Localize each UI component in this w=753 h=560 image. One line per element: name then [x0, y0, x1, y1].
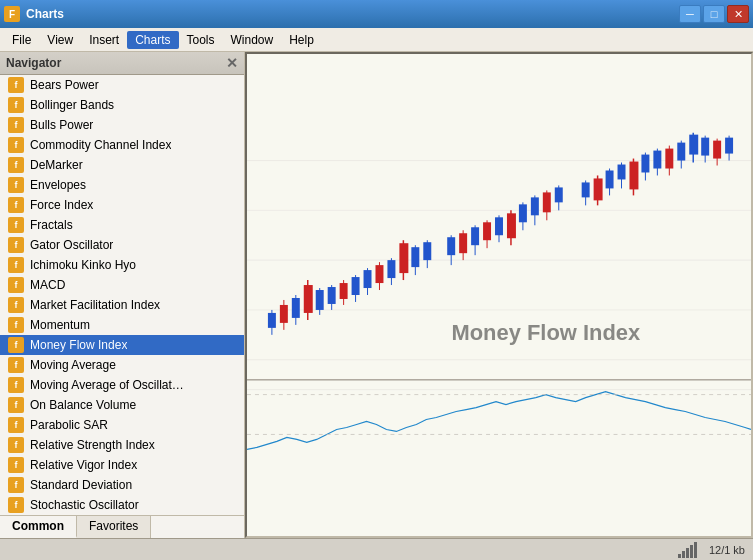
navigator-title: Navigator: [6, 56, 61, 70]
indicator-icon: f: [8, 337, 24, 353]
svg-rect-43: [483, 222, 491, 240]
menu-bar: FileViewInsertChartsToolsWindowHelp: [0, 28, 753, 52]
nav-tab-common[interactable]: Common: [0, 516, 77, 538]
signal-bar-1: [678, 554, 681, 558]
menu-item-view[interactable]: View: [39, 31, 81, 49]
navigator-header: Navigator ✕: [0, 52, 244, 75]
app-icon: F: [4, 6, 20, 22]
indicator-icon: f: [8, 477, 24, 493]
svg-rect-41: [471, 227, 479, 245]
svg-rect-59: [594, 178, 603, 200]
navigator-list-item[interactable]: fOn Balance Volume: [0, 395, 244, 415]
window-title: Charts: [26, 7, 64, 21]
svg-rect-17: [316, 290, 324, 310]
indicator-icon: f: [8, 277, 24, 293]
navigator-list-item[interactable]: fMoving Average: [0, 355, 244, 375]
indicator-icon: f: [8, 137, 24, 153]
navigator-list-item[interactable]: fForce Index: [0, 195, 244, 215]
svg-rect-81: [725, 138, 733, 154]
indicator-icon: f: [8, 177, 24, 193]
indicator-icon: f: [8, 97, 24, 113]
indicator-label: On Balance Volume: [30, 398, 136, 412]
status-right: 12/1 kb: [678, 542, 745, 558]
status-bar: 12/1 kb: [0, 538, 753, 560]
svg-rect-9: [268, 313, 276, 328]
indicator-icon: f: [8, 417, 24, 433]
svg-rect-63: [618, 165, 626, 180]
menu-item-insert[interactable]: Insert: [81, 31, 127, 49]
navigator-panel: Navigator ✕ fBears PowerfBollinger Bands…: [0, 52, 245, 538]
navigator-list-item[interactable]: fEnvelopes: [0, 175, 244, 195]
navigator-tabs: CommonFavorites: [0, 515, 244, 538]
navigator-list-item[interactable]: fMomentum: [0, 315, 244, 335]
indicator-label: Moving Average of Oscillat…: [30, 378, 184, 392]
navigator-list-item[interactable]: fMACD: [0, 275, 244, 295]
svg-rect-69: [653, 151, 661, 169]
indicator-label: Moving Average: [30, 358, 116, 372]
navigator-list-item[interactable]: fMoving Average of Oscillat…: [0, 375, 244, 395]
indicator-label: Ichimoku Kinko Hyo: [30, 258, 136, 272]
navigator-list-item[interactable]: fIchimoku Kinko Hyo: [0, 255, 244, 275]
navigator-close-button[interactable]: ✕: [226, 55, 238, 71]
indicator-icon: f: [8, 257, 24, 273]
svg-rect-67: [641, 155, 649, 173]
signal-bar-5: [694, 542, 697, 558]
navigator-list-item[interactable]: fBulls Power: [0, 115, 244, 135]
navigator-list-item[interactable]: fRelative Strength Index: [0, 435, 244, 455]
indicator-icon: f: [8, 317, 24, 333]
indicator-label: Standard Deviation: [30, 478, 132, 492]
svg-rect-61: [606, 170, 614, 188]
nav-tab-favorites[interactable]: Favorites: [77, 516, 151, 538]
main-container: Navigator ✕ fBears PowerfBollinger Bands…: [0, 52, 753, 538]
navigator-list-item[interactable]: fCommodity Channel Index: [0, 135, 244, 155]
svg-rect-19: [328, 287, 336, 304]
navigator-list-item[interactable]: fMoney Flow Index: [0, 335, 244, 355]
indicator-label: Market Facilitation Index: [30, 298, 160, 312]
svg-rect-23: [352, 277, 360, 295]
indicator-icon: f: [8, 77, 24, 93]
menu-item-tools[interactable]: Tools: [179, 31, 223, 49]
svg-rect-45: [495, 217, 503, 235]
svg-rect-37: [447, 237, 455, 255]
svg-rect-29: [387, 260, 395, 278]
indicator-label: Bollinger Bands: [30, 98, 114, 112]
svg-rect-31: [399, 243, 408, 273]
navigator-list-item[interactable]: fGator Oscillator: [0, 235, 244, 255]
navigator-list-item[interactable]: fRelative Vigor Index: [0, 455, 244, 475]
indicator-label: Relative Vigor Index: [30, 458, 137, 472]
navigator-list-item[interactable]: fFractals: [0, 215, 244, 235]
indicator-icon: f: [8, 217, 24, 233]
menu-item-file[interactable]: File: [4, 31, 39, 49]
minimize-button[interactable]: ─: [679, 5, 701, 23]
navigator-list-item[interactable]: fStandard Deviation: [0, 475, 244, 495]
svg-rect-15: [304, 285, 313, 313]
window-controls: ─ □ ✕: [679, 5, 749, 23]
navigator-list-item[interactable]: fDeMarker: [0, 155, 244, 175]
menu-item-charts[interactable]: Charts: [127, 31, 178, 49]
indicator-label: Momentum: [30, 318, 90, 332]
svg-rect-77: [701, 138, 709, 156]
indicator-label: Envelopes: [30, 178, 86, 192]
svg-rect-47: [507, 213, 516, 238]
navigator-list-item[interactable]: fBollinger Bands: [0, 95, 244, 115]
navigator-list-item[interactable]: fMarket Facilitation Index: [0, 295, 244, 315]
indicator-icon: f: [8, 297, 24, 313]
svg-text:Money Flow Index: Money Flow Index: [451, 320, 640, 345]
navigator-list-item[interactable]: fStochastic Oscillator: [0, 495, 244, 515]
menu-item-help[interactable]: Help: [281, 31, 322, 49]
navigator-list-item[interactable]: fParabolic SAR: [0, 415, 244, 435]
indicator-icon: f: [8, 117, 24, 133]
close-button[interactable]: ✕: [727, 5, 749, 23]
status-right-text: 12/1 kb: [709, 544, 745, 556]
indicator-icon: f: [8, 437, 24, 453]
indicator-icon: f: [8, 157, 24, 173]
maximize-button[interactable]: □: [703, 5, 725, 23]
svg-rect-33: [411, 247, 419, 267]
menu-item-window[interactable]: Window: [223, 31, 282, 49]
chart-svg-container: Money Flow Index: [247, 54, 751, 536]
indicator-icon: f: [8, 197, 24, 213]
svg-rect-35: [423, 242, 431, 260]
indicator-icon: f: [8, 377, 24, 393]
svg-rect-21: [340, 283, 348, 299]
navigator-list-item[interactable]: fBears Power: [0, 75, 244, 95]
